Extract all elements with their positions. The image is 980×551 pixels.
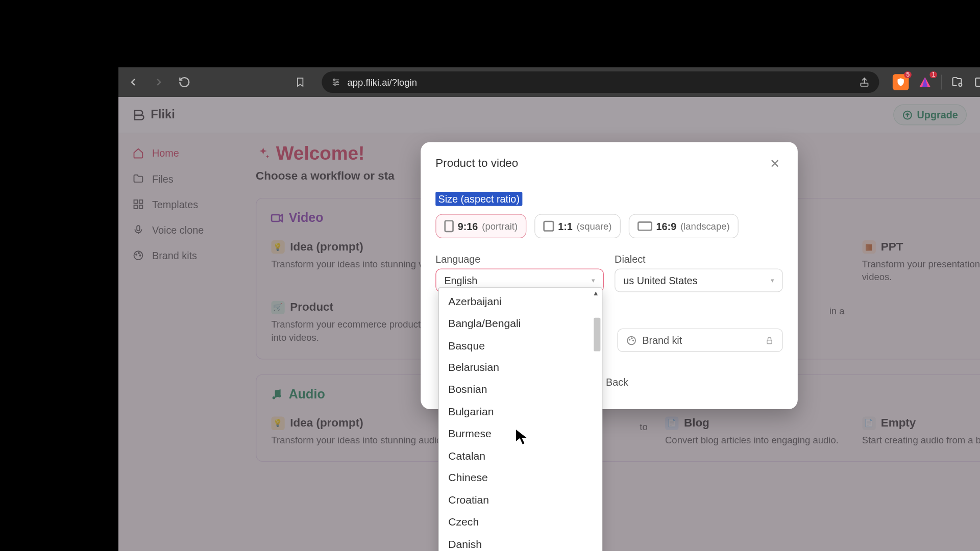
language-option[interactable]: Catalan: [439, 445, 602, 467]
size-option-square[interactable]: 1:1 (square): [534, 214, 621, 238]
dropdown-scrollbar[interactable]: [593, 297, 602, 548]
language-option[interactable]: Belarusian: [439, 357, 602, 379]
svg-point-35: [631, 338, 632, 339]
url-bar[interactable]: app.fliki.ai/?login: [322, 71, 879, 93]
svg-point-34: [629, 339, 630, 340]
svg-point-2: [334, 84, 336, 85]
language-option[interactable]: Bangla/Bengali: [439, 313, 602, 335]
sidepanel-icon[interactable]: [973, 75, 980, 90]
chevron-down-icon: ▾: [771, 277, 774, 284]
svg-rect-7: [976, 78, 980, 86]
extensions-icon[interactable]: [950, 75, 965, 90]
chevron-down-icon: ▾: [592, 277, 595, 284]
svg-point-1: [337, 81, 338, 83]
language-option[interactable]: Basque: [439, 335, 602, 357]
language-option[interactable]: Azerbaijani: [439, 291, 602, 313]
square-icon: [543, 221, 554, 232]
svg-point-36: [633, 340, 634, 341]
forward-button[interactable]: [151, 74, 167, 90]
size-label: Size (aspect ratio): [435, 192, 522, 206]
landscape-icon: [638, 221, 652, 231]
dropdown-list: AzerbaijaniBangla/BengaliBasqueBelarusia…: [439, 288, 602, 551]
tune-icon: [331, 78, 340, 87]
portrait-icon: [444, 220, 453, 232]
svg-rect-37: [767, 340, 772, 343]
rewards-icon[interactable]: 1: [917, 74, 934, 90]
close-button[interactable]: ✕: [767, 156, 783, 172]
language-option[interactable]: Danish: [439, 534, 602, 551]
svg-point-0: [333, 79, 335, 81]
dialect-select[interactable]: us United States ▾: [615, 268, 783, 292]
language-option[interactable]: Czech: [439, 511, 602, 533]
back-button[interactable]: [125, 74, 141, 90]
language-option[interactable]: Bulgarian: [439, 401, 602, 423]
language-option[interactable]: Croatian: [439, 489, 602, 511]
brave-shield-icon[interactable]: 5: [893, 74, 909, 90]
reload-button[interactable]: [176, 74, 192, 90]
language-option[interactable]: Bosnian: [439, 379, 602, 401]
dropdown-scroll-down[interactable]: ▼: [590, 548, 602, 551]
language-dropdown: ▲ AzerbaijaniBangla/BengaliBasqueBelarus…: [438, 287, 603, 551]
language-option[interactable]: Chinese: [439, 467, 602, 489]
browser-toolbar: app.fliki.ai/?login 5 1: [118, 67, 980, 97]
brand-kit-field[interactable]: Brand kit: [617, 329, 782, 352]
bookmark-icon[interactable]: [292, 74, 308, 90]
size-option-portrait[interactable]: 9:16 (portrait): [435, 214, 526, 238]
dropdown-scrollbar-thumb[interactable]: [594, 318, 600, 352]
modal-title: Product to video: [435, 157, 518, 170]
share-icon[interactable]: [859, 77, 870, 87]
palette-icon: [626, 335, 637, 345]
url-text: app.fliki.ai/?login: [347, 77, 852, 87]
size-option-landscape[interactable]: 16:9 (landscape): [628, 214, 738, 238]
lock-icon: [765, 336, 774, 345]
svg-rect-3: [861, 83, 868, 86]
language-option[interactable]: Burmese: [439, 423, 602, 445]
svg-point-6: [959, 83, 962, 86]
back-button[interactable]: Back: [606, 376, 628, 387]
language-label: Language: [435, 253, 604, 264]
dialect-label: Dialect: [615, 253, 783, 264]
